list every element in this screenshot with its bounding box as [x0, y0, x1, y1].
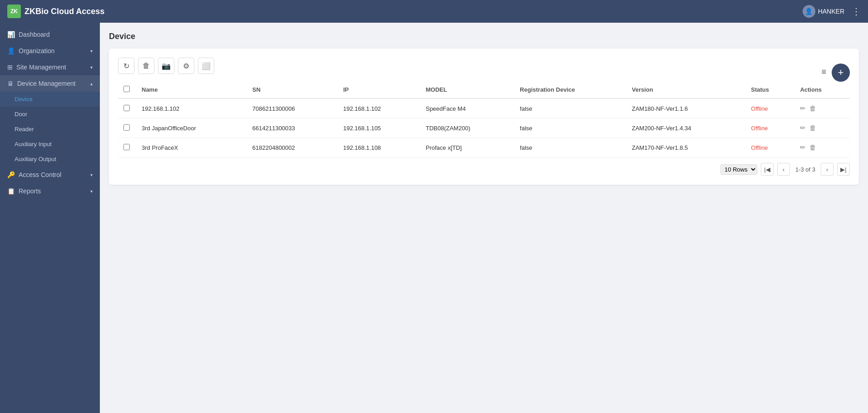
- cell-ip: 192.168.1.102: [338, 98, 420, 118]
- sidebar-access-label: Access Control: [19, 171, 61, 178]
- page-title: Device: [109, 32, 859, 41]
- cell-sn: 6614211300033: [247, 118, 338, 138]
- col-header-status: Status: [745, 81, 794, 98]
- chevron-down-icon: ▾: [90, 49, 93, 54]
- row-checkbox[interactable]: [123, 144, 130, 150]
- row-checkbox-cell[interactable]: [118, 138, 136, 157]
- cell-name: 192.168.1.102: [136, 98, 247, 118]
- sidebar-item-door[interactable]: Door: [0, 107, 100, 122]
- edit-icon[interactable]: ✏: [800, 104, 806, 113]
- edit-icon[interactable]: ✏: [800, 143, 806, 152]
- prev-page-button[interactable]: ‹: [777, 163, 790, 176]
- cell-actions: ✏ 🗑: [794, 118, 850, 138]
- cell-version: ZAM170-NF-Ver1.8.5: [626, 138, 746, 157]
- delete-button[interactable]: 🗑: [138, 58, 154, 74]
- menu-dots-icon[interactable]: ⋮: [852, 6, 861, 17]
- action-icons: ✏ 🗑: [800, 104, 844, 113]
- device-table: Name SN IP MODEL Registration Device Ver…: [118, 81, 850, 157]
- cell-name: 3rd ProFaceX: [136, 138, 247, 157]
- toolbar: ↻ 🗑 📷 ⚙ ⬜: [118, 58, 850, 74]
- export-button[interactable]: ⬜: [198, 58, 214, 74]
- col-header-registration: Registration Device: [514, 81, 626, 98]
- content-wrapper: Device + ≡ ↻ 🗑 📷 ⚙: [109, 32, 859, 185]
- sidebar-aux-input-label: Auxiliary Input: [15, 141, 52, 148]
- device-management-icon: 🖥: [7, 80, 14, 87]
- camera-button[interactable]: 📷: [158, 58, 174, 74]
- cell-actions: ✏ 🗑: [794, 98, 850, 118]
- row-checkbox[interactable]: [123, 124, 130, 131]
- chevron-down-icon: ▾: [90, 65, 93, 70]
- sidebar-item-organization[interactable]: 👤 Organization ▾: [0, 43, 100, 59]
- filter-icon[interactable]: ≡: [821, 67, 826, 77]
- row-checkbox-cell[interactable]: [118, 118, 136, 138]
- sidebar-item-dashboard[interactable]: 📊 Dashboard: [0, 26, 100, 43]
- col-header-sn: SN: [247, 81, 338, 98]
- sidebar-reader-label: Reader: [15, 126, 34, 133]
- select-all-checkbox[interactable]: [123, 86, 130, 92]
- add-device-button[interactable]: +: [832, 64, 850, 82]
- row-checkbox-cell[interactable]: [118, 98, 136, 118]
- last-page-button[interactable]: ▶|: [837, 163, 850, 176]
- first-page-button[interactable]: |◀: [761, 163, 774, 176]
- rows-per-page[interactable]: 10 Rows 20 Rows 50 Rows: [720, 164, 757, 175]
- sidebar-reports-label: Reports: [19, 187, 41, 195]
- user-avatar: 👤: [803, 5, 815, 18]
- cell-model: Proface x[TD]: [420, 138, 514, 157]
- delete-row-icon[interactable]: 🗑: [809, 143, 816, 152]
- sidebar-item-auxiliary-input[interactable]: Auxiliary Input: [0, 137, 100, 152]
- cell-status: Offline: [745, 138, 794, 157]
- col-header-actions: Actions: [794, 81, 850, 98]
- row-checkbox[interactable]: [123, 105, 130, 111]
- user-info[interactable]: 👤 HANKER: [803, 5, 844, 18]
- cell-sn: 7086211300006: [247, 98, 338, 118]
- action-icons: ✏ 🗑: [800, 124, 844, 132]
- sidebar-item-reports[interactable]: 📋 Reports ▾: [0, 183, 100, 199]
- table-header-row: Name SN IP MODEL Registration Device Ver…: [118, 81, 850, 98]
- refresh-icon: ↻: [123, 62, 129, 70]
- col-header-version: Version: [626, 81, 746, 98]
- settings-button[interactable]: ⚙: [178, 58, 194, 74]
- cell-registration: false: [514, 118, 626, 138]
- cell-version: ZAM200-NF-Ver1.4.34: [626, 118, 746, 138]
- sidebar-item-device-management[interactable]: 🖥 Device Management ▴: [0, 75, 100, 92]
- cell-actions: ✏ 🗑: [794, 138, 850, 157]
- status-badge: Offline: [751, 144, 768, 151]
- sidebar-item-device[interactable]: Device: [0, 92, 100, 107]
- main-content: Device + ≡ ↻ 🗑 📷 ⚙: [100, 23, 868, 413]
- delete-row-icon[interactable]: 🗑: [809, 104, 816, 113]
- page-info: 1-3 of 3: [794, 166, 817, 173]
- sidebar-item-site-management[interactable]: ⊞ Site Management ▾: [0, 59, 100, 75]
- organization-icon: 👤: [7, 47, 15, 54]
- sidebar-device-label: Device: [15, 96, 33, 103]
- sidebar-item-reader[interactable]: Reader: [0, 122, 100, 137]
- sidebar-dashboard-label: Dashboard: [19, 31, 50, 38]
- delete-icon: 🗑: [143, 62, 150, 70]
- cell-registration: false: [514, 138, 626, 157]
- sidebar-aux-output-label: Auxiliary Output: [15, 156, 56, 162]
- user-name: HANKER: [818, 8, 844, 15]
- export-icon: ⬜: [202, 62, 211, 70]
- sidebar-item-auxiliary-output[interactable]: Auxiliary Output: [0, 152, 100, 167]
- chevron-down-icon: ▾: [90, 172, 93, 177]
- cell-ip: 192.168.1.105: [338, 118, 420, 138]
- table-row: 3rd ProFaceX 6182204800002 192.168.1.108…: [118, 138, 850, 157]
- status-badge: Offline: [751, 105, 768, 112]
- chevron-down-icon: ▾: [90, 189, 93, 194]
- col-header-ip: IP: [338, 81, 420, 98]
- app-name: ZKBio Cloud Access: [25, 7, 104, 16]
- chevron-up-icon: ▴: [90, 81, 93, 86]
- cell-status: Offline: [745, 118, 794, 138]
- edit-icon[interactable]: ✏: [800, 124, 806, 132]
- device-card: ↻ 🗑 📷 ⚙ ⬜: [109, 49, 859, 185]
- rows-select[interactable]: 10 Rows 20 Rows 50 Rows: [720, 164, 757, 175]
- dashboard-icon: 📊: [7, 31, 15, 38]
- app-logo: ZK ZKBio Cloud Access: [7, 5, 104, 18]
- cell-registration: false: [514, 98, 626, 118]
- next-page-button[interactable]: ›: [821, 163, 833, 176]
- select-all-header[interactable]: [118, 81, 136, 98]
- col-header-model: MODEL: [420, 81, 514, 98]
- refresh-button[interactable]: ↻: [118, 58, 134, 74]
- sidebar-item-access-control[interactable]: 🔑 Access Control ▾: [0, 167, 100, 183]
- header-right: 👤 HANKER ⋮: [803, 5, 861, 18]
- delete-row-icon[interactable]: 🗑: [809, 124, 816, 132]
